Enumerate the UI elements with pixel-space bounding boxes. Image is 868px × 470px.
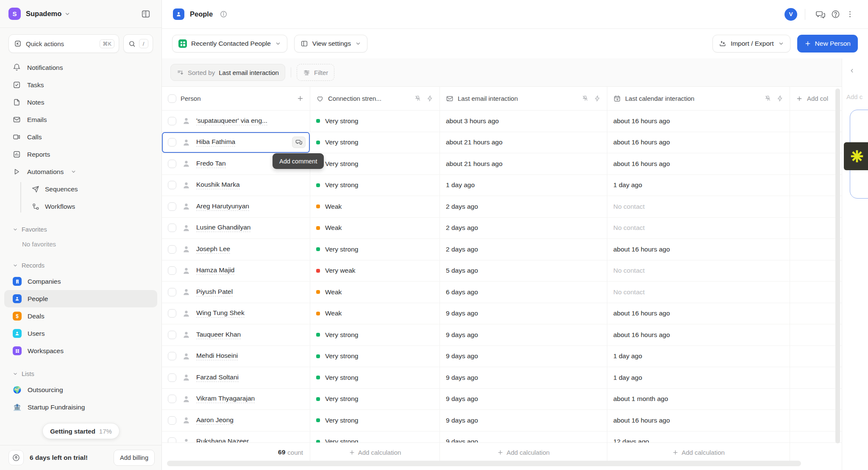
person-cell[interactable]: Joseph Lee — [162, 239, 310, 260]
person-name[interactable]: Rukshana Nazeer — [196, 437, 249, 442]
table-row[interactable]: Mehdi Hoseini Very strong 9 days ago 1 d… — [162, 346, 842, 368]
kebab-menu-icon[interactable] — [843, 7, 857, 21]
add-billing-button[interactable]: Add billing — [114, 450, 155, 466]
table-row[interactable]: Vikram Thyagarajan Very strong 9 days ag… — [162, 389, 842, 410]
email-cell[interactable]: about 21 hours ago — [440, 153, 607, 174]
section-favorites[interactable]: Favorites — [0, 222, 161, 237]
row-checkbox[interactable] — [168, 395, 176, 403]
email-cell[interactable]: 9 days ago — [440, 346, 607, 367]
person-name[interactable]: Fredo Tan — [196, 160, 226, 168]
person-cell[interactable]: Areg Harutyunyan — [162, 196, 310, 217]
person-cell[interactable]: Mehdi Hoseini — [162, 346, 310, 367]
calendar-cell[interactable]: 1 day ago — [607, 346, 790, 367]
email-cell[interactable]: 9 days ago — [440, 303, 607, 324]
column-header-calendar[interactable]: Last calendar interaction — [607, 87, 790, 110]
horizontal-scrollbar[interactable] — [167, 461, 801, 466]
sidebar-item-calls[interactable]: Calls — [0, 128, 161, 146]
table-row[interactable]: Farzad Soltani Very strong 9 days ago 1 … — [162, 367, 842, 389]
email-cell[interactable]: 6 days ago — [440, 282, 607, 303]
row-checkbox[interactable] — [168, 138, 176, 147]
calendar-cell[interactable]: about 16 hours ago — [607, 111, 790, 132]
row-checkbox[interactable] — [168, 181, 176, 189]
select-all-checkbox[interactable] — [168, 94, 176, 103]
person-cell[interactable]: Hiba Fathima — [162, 132, 310, 153]
calendar-cell[interactable]: 1 day ago — [607, 175, 790, 196]
connection-cell[interactable]: Weak — [310, 303, 440, 324]
calendar-cell[interactable]: about 16 hours ago — [607, 153, 790, 174]
row-checkbox[interactable] — [168, 437, 176, 442]
table-row[interactable]: Hiba Fathima Very strong about 21 hours … — [162, 132, 842, 154]
calendar-cell[interactable]: No contact — [607, 260, 790, 282]
calendar-cell[interactable]: about 16 hours ago — [607, 324, 790, 346]
person-cell[interactable]: Tauqueer Khan — [162, 324, 310, 346]
sidebar-item-deals[interactable]: $ Deals — [0, 307, 161, 325]
sidebar-item-users[interactable]: Users — [0, 325, 161, 342]
calendar-cell[interactable]: about 1 month ago — [607, 389, 790, 410]
row-checkbox[interactable] — [168, 416, 176, 425]
supademo-widget-badge[interactable] — [844, 142, 868, 170]
connection-cell[interactable]: Very strong — [310, 367, 440, 388]
section-lists[interactable]: Lists — [0, 367, 161, 381]
row-checkbox[interactable] — [168, 245, 176, 254]
calendar-cell[interactable]: about 16 hours ago — [607, 132, 790, 153]
connection-cell[interactable]: Very strong — [310, 389, 440, 410]
person-name[interactable]: Joseph Lee — [196, 245, 230, 254]
person-name[interactable]: Hamza Majid — [196, 266, 234, 275]
table-row[interactable]: Piyush Patel Weak 6 days ago No contact — [162, 282, 842, 303]
person-name[interactable]: Areg Harutyunyan — [196, 202, 249, 211]
view-selector-button[interactable]: Recently Contacted People — [172, 35, 287, 53]
sidebar-item-notes[interactable]: Notes — [0, 94, 161, 111]
email-cell[interactable]: 9 days ago — [440, 410, 607, 431]
connection-cell[interactable]: Very strong — [310, 346, 440, 367]
person-cell[interactable]: Wing Tung Shek — [162, 303, 310, 324]
person-cell[interactable]: Rukshana Nazeer — [162, 431, 310, 443]
email-cell[interactable]: 2 days ago — [440, 218, 607, 239]
row-checkbox[interactable] — [168, 309, 176, 318]
user-avatar[interactable]: V — [785, 8, 797, 21]
sidebar-item-people[interactable]: People — [4, 290, 157, 307]
new-person-button[interactable]: New Person — [797, 35, 858, 53]
table-row[interactable]: Lusine Ghandilyan Weak 2 days ago No con… — [162, 218, 842, 239]
person-cell[interactable]: Aaron Jeong — [162, 410, 310, 431]
sidebar-item-sequences[interactable]: Sequences — [0, 180, 161, 198]
person-cell[interactable]: Piyush Patel — [162, 282, 310, 303]
column-header-person[interactable]: Person — [162, 87, 310, 110]
calendar-cell[interactable]: 1 day ago — [607, 367, 790, 388]
connection-cell[interactable]: Very strong — [310, 132, 440, 153]
row-checkbox[interactable] — [168, 202, 176, 211]
row-checkbox[interactable] — [168, 352, 176, 360]
email-cell[interactable]: 5 days ago — [440, 260, 607, 282]
chevron-left-icon[interactable] — [849, 68, 855, 74]
help-icon[interactable] — [828, 7, 843, 22]
email-cell[interactable]: 2 days ago — [440, 239, 607, 260]
sidebar-item-tasks[interactable]: Tasks — [0, 76, 161, 94]
sidebar-item-reports[interactable]: Reports — [0, 146, 161, 163]
connection-cell[interactable]: Very strong — [310, 431, 440, 443]
sorted-by-pill[interactable]: Sorted by Last email interaction — [170, 64, 285, 81]
table-row[interactable]: Hamza Majid Very weak 5 days ago No cont… — [162, 260, 842, 282]
person-name[interactable]: 'supatauqueer' via eng... — [196, 117, 267, 125]
sidebar-toggle-icon[interactable] — [139, 7, 153, 21]
search-button[interactable]: / — [123, 34, 153, 53]
calendar-cell[interactable]: No contact — [607, 196, 790, 217]
calendar-cell[interactable]: 12 days ago — [607, 431, 790, 443]
add-comment-button[interactable] — [292, 137, 306, 148]
email-cell[interactable]: 9 days ago — [440, 324, 607, 346]
email-cell[interactable]: 2 days ago — [440, 196, 607, 217]
email-cell[interactable]: 9 days ago — [440, 367, 607, 388]
quick-actions-button[interactable]: Quick actions ⌘K — [8, 34, 119, 53]
vertical-scrollbar[interactable] — [835, 88, 840, 443]
arrow-up-circle-icon[interactable] — [8, 450, 24, 465]
sidebar-item-workflows[interactable]: Workflows — [0, 198, 161, 215]
calendar-cell[interactable]: No contact — [607, 282, 790, 303]
table-row[interactable]: Koushik Marka Very strong 1 day ago 1 da… — [162, 175, 842, 196]
table-row[interactable]: 'supatauqueer' via eng... Very strong ab… — [162, 111, 842, 132]
sidebar-item-automations[interactable]: Automations — [0, 163, 161, 180]
sidebar-item-startup-fundraising[interactable]: 🏦 Startup Fundraising — [0, 398, 161, 416]
connection-cell[interactable]: Weak — [310, 196, 440, 217]
connection-cell[interactable]: Very strong — [310, 175, 440, 196]
calendar-cell[interactable]: about 16 hours ago — [607, 303, 790, 324]
email-cell[interactable]: 9 days ago — [440, 389, 607, 410]
person-cell[interactable]: Koushik Marka — [162, 175, 310, 196]
person-name[interactable]: Wing Tung Shek — [196, 309, 245, 318]
